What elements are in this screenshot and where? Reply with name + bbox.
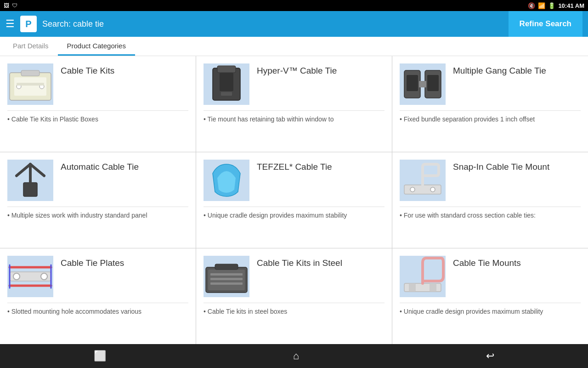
card-top: Hyper-V™ Cable Tie	[204, 63, 384, 105]
product-title-cable-tie-kits-steel: Cable Tie Kits in Steel	[257, 258, 342, 269]
svg-line-18	[30, 164, 44, 176]
search-label: Search: cable tie	[42, 19, 503, 29]
card-top: Snap-In Cable Tie Mount	[400, 160, 581, 201]
svg-point-20	[410, 187, 415, 192]
refine-search-button[interactable]: Refine Search	[509, 11, 582, 37]
product-title-tefzel-cable-tie: TEFZEL* Cable Tie	[257, 161, 332, 173]
svg-rect-15	[23, 183, 37, 196]
card-top: Automatic Cable Tie	[7, 160, 188, 201]
home-button[interactable]: ⌂	[275, 346, 317, 366]
product-desc-tefzel-cable-tie: Unique cradle design provides maximum st…	[204, 207, 384, 219]
product-title-hyper-v-cable-tie: Hyper-V™ Cable Tie	[257, 65, 337, 77]
bottom-nav: ⬜ ⌂ ↩	[0, 344, 588, 368]
svg-rect-34	[210, 282, 243, 285]
svg-rect-37	[430, 283, 436, 292]
svg-rect-8	[220, 73, 233, 91]
card-top: TEFZEL* Cable Tie	[204, 160, 384, 201]
product-title-automatic-cable-tie: Automatic Cable Tie	[61, 161, 139, 173]
tab-part-details[interactable]: Part Details	[4, 37, 58, 56]
product-image-multiple-gang-cable-tie	[400, 63, 446, 105]
menu-button[interactable]: ☰	[6, 18, 15, 30]
product-title-cable-tie-mounts: Cable Tie Mounts	[453, 258, 521, 269]
svg-rect-31	[215, 264, 238, 270]
product-image-hyper-v-cable-tie	[204, 63, 249, 105]
product-desc-multiple-gang-cable-tie: Fixed bundle separation provides 1 inch …	[400, 110, 581, 123]
product-card-cable-tie-mounts[interactable]: Cable Tie Mounts Unique cradle design pr…	[392, 248, 588, 344]
product-image-automatic-cable-tie	[7, 160, 53, 201]
product-title-cable-tie-kits: Cable Tie Kits	[61, 65, 114, 77]
product-title-multiple-gang-cable-tie: Multiple Gang Cable Tie	[453, 65, 546, 77]
svg-rect-13	[427, 75, 439, 91]
tab-product-categories[interactable]: Product Categories	[58, 37, 135, 56]
product-card-automatic-cable-tie[interactable]: Automatic Cable Tie Multiple sizes work …	[0, 152, 196, 248]
svg-point-23	[13, 273, 20, 280]
svg-point-24	[41, 273, 47, 280]
back-button[interactable]: ↩	[468, 346, 513, 366]
svg-rect-12	[407, 75, 418, 91]
product-desc-cable-tie-kits-steel: Cable Tie kits in steel boxes	[204, 303, 384, 315]
shield-icon: 🛡	[12, 2, 17, 9]
product-image-cable-tie-plates	[7, 256, 53, 297]
status-bar: 🖼 🛡 🔇 📶 🔋 10:41 AM	[0, 0, 588, 11]
svg-rect-14	[419, 81, 426, 87]
wifi-icon: 📶	[538, 2, 545, 9]
status-icons-right: 🔇 📶 🔋 10:41 AM	[528, 2, 584, 9]
battery-icon: 🔋	[548, 2, 555, 9]
product-desc-cable-tie-kits: Cable Tie Kits in Plastic Boxes	[7, 110, 188, 123]
product-desc-cable-tie-mounts: Unique cradle design provides maximum st…	[400, 303, 581, 315]
product-desc-hyper-v-cable-tie: Tie mount has retaining tab within windo…	[204, 110, 384, 123]
svg-line-17	[17, 164, 30, 176]
svg-rect-32	[210, 273, 243, 276]
product-image-cable-tie-mounts	[400, 256, 446, 297]
product-title-snap-in-cable-tie-mount: Snap-In Cable Tie Mount	[453, 161, 549, 173]
app-logo: P	[20, 16, 37, 32]
mute-icon: 🔇	[528, 2, 535, 9]
status-icons-left: 🖼 🛡	[4, 2, 17, 9]
recent-apps-button[interactable]: ⬜	[75, 346, 124, 366]
svg-rect-7	[217, 66, 236, 73]
product-image-cable-tie-kits-steel	[204, 256, 249, 297]
image-icon: 🖼	[4, 2, 9, 9]
product-desc-automatic-cable-tie: Multiple sizes work with industry standa…	[7, 207, 188, 219]
svg-rect-9	[221, 92, 232, 96]
svg-rect-2	[21, 70, 40, 76]
card-top: Cable Tie Mounts	[400, 256, 581, 297]
tabs-bar: Part Details Product Categories	[0, 37, 588, 56]
top-bar: ☰ P Search: cable tie Refine Search	[0, 11, 588, 37]
product-image-tefzel-cable-tie	[204, 160, 249, 201]
product-title-cable-tie-plates: Cable Tie Plates	[61, 258, 124, 269]
card-top: Cable Tie Kits in Steel	[204, 256, 384, 297]
product-card-multiple-gang-cable-tie[interactable]: Multiple Gang Cable Tie Fixed bundle sep…	[392, 56, 588, 152]
product-desc-snap-in-cable-tie-mount: For use with standard cross section cabl…	[400, 207, 581, 219]
time-display: 10:41 AM	[558, 2, 584, 9]
product-card-cable-tie-plates[interactable]: Cable Tie Plates Slotted mounting hole a…	[0, 248, 196, 344]
svg-rect-5	[17, 83, 44, 86]
product-image-cable-tie-kits	[7, 63, 53, 105]
product-image-snap-in-cable-tie-mount	[400, 160, 446, 201]
svg-point-21	[430, 187, 435, 192]
svg-rect-33	[210, 278, 243, 280]
product-card-cable-tie-kits-steel[interactable]: Cable Tie Kits in Steel Cable Tie kits i…	[196, 248, 392, 344]
product-grid: Cable Tie Kits Cable Tie Kits in Plastic…	[0, 56, 588, 344]
svg-rect-36	[409, 283, 416, 292]
product-card-cable-tie-kits[interactable]: Cable Tie Kits Cable Tie Kits in Plastic…	[0, 56, 196, 152]
card-top: Cable Tie Kits	[7, 63, 188, 105]
product-card-snap-in-cable-tie-mount[interactable]: Snap-In Cable Tie Mount For use with sta…	[392, 152, 588, 248]
product-card-tefzel-cable-tie[interactable]: TEFZEL* Cable Tie Unique cradle design p…	[196, 152, 392, 248]
product-card-hyper-v-cable-tie[interactable]: Hyper-V™ Cable Tie Tie mount has retaini…	[196, 56, 392, 152]
product-desc-cable-tie-plates: Slotted mounting hole accommodates vario…	[7, 303, 188, 315]
card-top: Cable Tie Plates	[7, 256, 188, 297]
card-top: Multiple Gang Cable Tie	[400, 63, 581, 105]
